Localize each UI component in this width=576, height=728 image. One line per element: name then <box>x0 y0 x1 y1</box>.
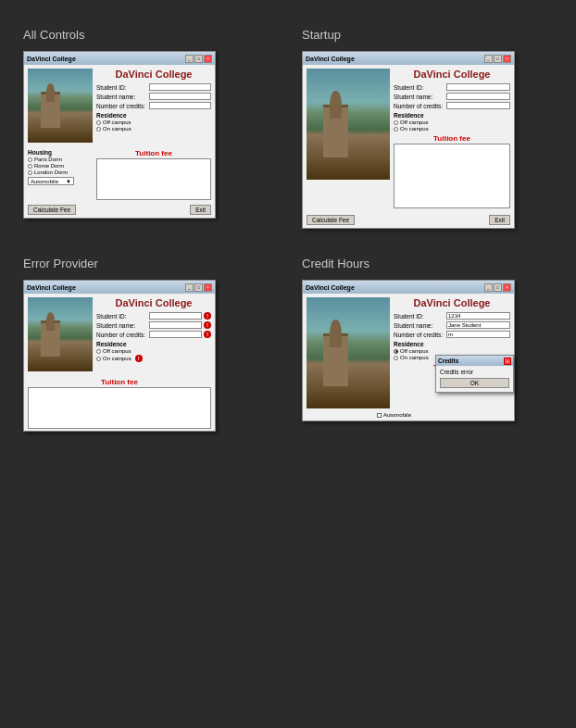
startup-credits-label: Number of credits: <box>394 103 445 109</box>
startup-student-name-input[interactable] <box>446 93 510 100</box>
all-controls-body: DaVinci College Student ID: Student name… <box>24 65 215 146</box>
error-form: DaVinci College Student ID: ! Student na… <box>96 297 211 371</box>
error-student-id-input[interactable] <box>149 312 202 320</box>
error-close-button[interactable]: × <box>204 283 212 292</box>
credit-on-campus-radio[interactable] <box>394 356 398 360</box>
all-controls-window-controls[interactable]: _ □ × <box>185 55 212 63</box>
paris-row: Paris Dorm <box>28 157 93 162</box>
section-title-startup: Startup <box>302 28 553 42</box>
credit-maximize-button[interactable]: □ <box>494 283 502 292</box>
section-title-credit-hours: Credit Hours <box>302 257 553 270</box>
startup-tuition-box <box>394 144 510 208</box>
credits-dialog-title: Credits <box>438 358 458 364</box>
credit-hours-window: DaVinci College _ □ × DaVinci College St… <box>302 280 515 421</box>
startup-on-campus-radio[interactable] <box>394 127 398 132</box>
all-controls-window: DaVinci College _ □ × DaVinci College St… <box>23 51 216 219</box>
error-window-controls[interactable]: _ □ × <box>185 283 212 292</box>
startup-off-campus-radio[interactable] <box>394 120 398 125</box>
startup-credits-input[interactable] <box>446 102 510 109</box>
housing-section: Housing Paris Dorm Rome Dorm London Dorm <box>28 146 93 200</box>
credit-credits-value: m <box>448 332 453 337</box>
app-title-credit-hours: DaVinci College <box>394 297 510 308</box>
credits-input[interactable] <box>149 102 211 109</box>
startup-titlebar: DaVinci College _ □ × <box>303 52 514 65</box>
startup-window-controls[interactable]: _ □ × <box>484 55 511 63</box>
student-name-error-icon: ! <box>204 321 211 329</box>
rome-radio[interactable] <box>28 164 32 169</box>
startup-calculate-fee-button[interactable]: Calculate Fee <box>307 215 355 225</box>
off-campus-label: Off campus <box>103 119 131 125</box>
startup-exit-button[interactable]: Exit <box>489 215 510 225</box>
exit-button[interactable]: Exit <box>190 205 211 215</box>
credit-student-id-input[interactable]: 1234 <box>446 312 510 320</box>
credit-student-name-value: Jane Student <box>448 322 481 328</box>
student-name-input[interactable] <box>149 93 211 100</box>
off-campus-radio[interactable] <box>96 120 101 125</box>
startup-window-title: DaVinci College <box>306 56 355 62</box>
error-student-name-input[interactable] <box>149 321 202 329</box>
london-row: London Dorm <box>28 169 93 175</box>
credit-student-name-label: Student name: <box>394 322 445 329</box>
london-label: London Dorm <box>34 169 68 175</box>
on-campus-error-icon: ! <box>135 355 143 362</box>
error-off-campus-radio[interactable] <box>96 349 101 354</box>
credit-hours-body: DaVinci College Student ID: 1234 Student… <box>303 294 514 412</box>
bottom-buttons-all-controls: Calculate Fee Exit <box>24 202 215 218</box>
error-off-campus-label: Off campus <box>103 348 131 354</box>
startup-student-id-input[interactable] <box>446 83 510 91</box>
chevron-down-icon: ▼ <box>66 179 71 184</box>
section-error-provider: Error Provider DaVinci College _ □ × DaV… <box>9 247 288 450</box>
off-campus-row: Off campus <box>96 119 211 125</box>
maximize-button[interactable]: □ <box>194 55 203 63</box>
tuition-fee-label: Tuition fee <box>96 149 211 157</box>
startup-close-button[interactable]: × <box>503 55 511 63</box>
credits-dialog-titlebar: Credits × <box>436 356 513 366</box>
credit-credits-label: Number of credits: <box>394 332 445 338</box>
close-button[interactable]: × <box>204 55 212 63</box>
credit-lower: Automobile <box>303 412 514 420</box>
error-titlebar: DaVinci College _ □ × <box>24 281 215 294</box>
credit-hours-window-controls[interactable]: _ □ × <box>484 283 511 292</box>
student-name-row: Student name: <box>96 93 211 100</box>
automobile-dropdown[interactable]: Automobile ▼ <box>28 177 74 185</box>
error-maximize-button[interactable]: □ <box>194 283 203 292</box>
startup-maximize-button[interactable]: □ <box>494 55 502 63</box>
startup-minimize-button[interactable]: _ <box>484 55 493 63</box>
on-campus-radio[interactable] <box>96 127 101 132</box>
student-id-input[interactable] <box>149 83 211 91</box>
minimize-button[interactable]: _ <box>185 55 194 63</box>
app-title-startup: DaVinci College <box>394 69 510 80</box>
startup-body: DaVinci College Student ID: Student name… <box>303 65 514 212</box>
all-controls-titlebar: DaVinci College _ □ × <box>24 52 215 65</box>
credit-student-id-label: Student ID: <box>394 313 445 320</box>
credit-close-button[interactable]: × <box>503 283 511 292</box>
error-off-campus-row: Off campus <box>96 348 211 354</box>
credits-dialog-close[interactable]: × <box>504 358 511 365</box>
london-radio[interactable] <box>28 170 32 175</box>
error-credits-input[interactable] <box>149 331 202 338</box>
student-name-label: Student name: <box>96 94 147 100</box>
credit-student-name-input[interactable]: Jane Student <box>446 321 510 329</box>
on-campus-row: On campus <box>96 126 211 132</box>
credit-off-campus-row: Off campus <box>394 348 510 354</box>
startup-off-campus-label: Off campus <box>400 119 429 125</box>
credits-ok-button[interactable]: OK <box>440 378 509 388</box>
credit-off-campus-radio[interactable] <box>394 349 398 354</box>
calculate-fee-button[interactable]: Calculate Fee <box>28 205 76 215</box>
credit-credits-input[interactable]: m <box>446 331 510 338</box>
error-minimize-button[interactable]: _ <box>185 283 194 292</box>
credit-student-name-row: Student name: Jane Student <box>394 321 510 329</box>
paris-radio[interactable] <box>28 157 32 162</box>
credits-dialog-buttons: OK <box>440 378 509 388</box>
credit-residence-label: Residence <box>394 341 510 347</box>
startup-window: DaVinci College _ □ × DaVinci College St… <box>302 51 515 229</box>
credit-on-campus-label: On campus <box>400 355 429 360</box>
error-on-campus-radio[interactable] <box>96 357 101 361</box>
credit-minimize-button[interactable]: _ <box>484 283 493 292</box>
section-title-all-controls: All Controls <box>23 28 274 42</box>
student-id-error-icon: ! <box>204 312 211 320</box>
lower-section: Housing Paris Dorm Rome Dorm London Dorm <box>24 146 215 202</box>
residence-label: Residence <box>96 112 211 119</box>
automobile-checkbox[interactable] <box>377 413 382 418</box>
error-image <box>28 297 93 371</box>
